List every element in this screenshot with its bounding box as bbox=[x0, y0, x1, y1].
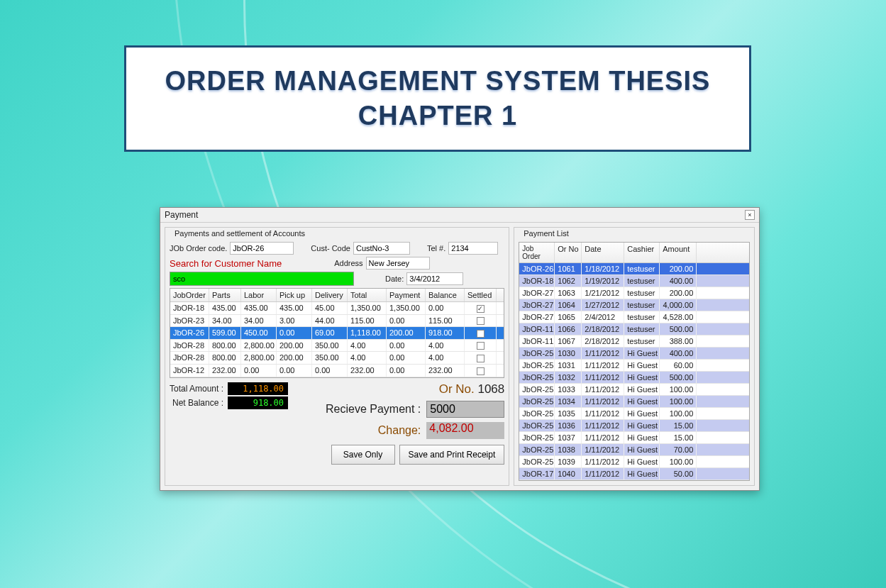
column-header[interactable]: Amount bbox=[660, 243, 697, 262]
job-order-code-field[interactable] bbox=[230, 242, 294, 255]
column-header[interactable]: Date bbox=[582, 243, 624, 262]
column-header[interactable]: Parts bbox=[209, 289, 241, 301]
total-amount-label: Total Amount : bbox=[170, 384, 223, 394]
table-row[interactable]: JbOR-18435.00435.00435.0045.001,350.001,… bbox=[170, 302, 504, 315]
save-only-button[interactable]: Save Only bbox=[331, 445, 395, 465]
settled-checkbox[interactable] bbox=[477, 317, 484, 325]
date-label: Date: bbox=[385, 274, 404, 283]
column-header[interactable]: JobOrder bbox=[170, 289, 209, 301]
column-header[interactable]: Settled bbox=[465, 289, 497, 301]
table-row[interactable]: JbOR-28800.002,800.00200.00350.004.000.0… bbox=[170, 352, 504, 365]
title-line2: CHAPTER 1 bbox=[358, 99, 517, 133]
payment-window: Payment × Payments and settlement of Acc… bbox=[160, 207, 760, 491]
tel-label: Tel #. bbox=[427, 244, 445, 253]
tel-field[interactable] bbox=[448, 242, 498, 255]
column-header[interactable]: Total bbox=[348, 289, 387, 301]
table-row[interactable]: JbOR-2710652/4/2012testuser4,528.00 bbox=[519, 311, 749, 323]
table-row[interactable]: JbOR-1810621/19/2012testuser400.00 bbox=[519, 275, 749, 287]
table-row[interactable]: JbOR-2510301/11/2012Hi Guest400.00 bbox=[519, 348, 749, 360]
table-row[interactable]: JbOR-1710401/11/2012Hi Guest50.00 bbox=[519, 468, 749, 480]
table-row[interactable]: JbOR-2510351/11/2012Hi Guest100.00 bbox=[519, 408, 749, 420]
cust-code-label: Cust- Code bbox=[311, 244, 350, 253]
table-row[interactable]: JbOR-2510341/11/2012Hi Guest100.00 bbox=[519, 396, 749, 408]
title-line1: ORDER MANAGEMENT SYSTEM THESIS bbox=[165, 64, 711, 99]
date-field[interactable] bbox=[406, 272, 463, 285]
column-header[interactable]: Or No bbox=[555, 243, 582, 262]
column-header[interactable]: Payment bbox=[387, 289, 426, 301]
search-input[interactable] bbox=[170, 272, 354, 286]
payment-list-grid[interactable]: JobOrderOr NoDateCashierAmount JbOR-2610… bbox=[519, 242, 750, 481]
address-field[interactable] bbox=[366, 257, 430, 270]
table-row[interactable]: JbOR-12232.000.000.000.00232.000.00232.0… bbox=[170, 365, 504, 377]
table-row[interactable]: JbOR-2334.0034.003.0044.00115.000.00115.… bbox=[170, 315, 504, 328]
table-row[interactable]: JbOR-2510311/11/2012Hi Guest60.00 bbox=[519, 360, 749, 372]
settled-checkbox[interactable] bbox=[477, 342, 484, 350]
total-amount-value: 1,118.00 bbox=[228, 382, 288, 395]
accounts-legend: Payments and settlement of Accounts bbox=[172, 229, 307, 238]
close-icon[interactable]: × bbox=[745, 210, 755, 220]
address-label: Address bbox=[334, 259, 362, 267]
column-header[interactable]: Labor bbox=[241, 289, 277, 301]
search-label: Search for Customer Name bbox=[170, 258, 282, 269]
table-row[interactable]: JbOR-2510381/11/2012Hi Guest70.00 bbox=[519, 444, 749, 456]
table-row[interactable]: JbOR-2510331/11/2012Hi Guest100.00 bbox=[519, 384, 749, 396]
table-row[interactable]: JbOR-1110672/18/2012testuser388.00 bbox=[519, 335, 749, 348]
settled-checkbox[interactable] bbox=[477, 330, 484, 338]
title-card: ORDER MANAGEMENT SYSTEM THESIS CHAPTER 1 bbox=[124, 45, 751, 152]
column-header[interactable]: Cashier bbox=[624, 243, 660, 262]
column-header[interactable]: Balance bbox=[426, 289, 465, 301]
table-row[interactable]: JbOR-2510361/11/2012Hi Guest15.00 bbox=[519, 420, 749, 432]
window-title: Payment bbox=[165, 210, 198, 220]
column-header[interactable]: Pick up bbox=[277, 289, 312, 301]
cust-code-field[interactable] bbox=[353, 242, 410, 255]
settled-checkbox[interactable] bbox=[477, 305, 484, 313]
table-row[interactable]: JbOR-2510371/11/2012Hi Guest15.00 bbox=[519, 432, 749, 444]
receive-payment-label: Recieve Payment : bbox=[326, 403, 421, 416]
net-balance-value: 918.00 bbox=[228, 396, 288, 409]
net-balance-label: Net Balance : bbox=[172, 398, 223, 408]
table-row[interactable]: JbOR-2510321/11/2012Hi Guest500.00 bbox=[519, 372, 749, 384]
or-no-label: Or No. bbox=[439, 382, 475, 396]
table-row[interactable]: JbOR-26599.00450.000.0069.001,118.00200.… bbox=[170, 327, 504, 340]
table-row[interactable]: JbOR-2710631/21/2012testuser200.00 bbox=[519, 287, 749, 299]
change-label: Change: bbox=[378, 424, 421, 437]
column-header[interactable]: JobOrder bbox=[519, 243, 555, 262]
table-row[interactable]: JbOR-2510391/11/2012Hi Guest100.00 bbox=[519, 456, 749, 468]
receive-payment-input[interactable] bbox=[426, 401, 504, 418]
payment-list-legend: Payment List bbox=[521, 229, 571, 238]
orders-grid[interactable]: JobOrderPartsLaborPick upDeliveryTotalPa… bbox=[170, 288, 504, 378]
table-row[interactable]: JbOR-2610611/18/2012testuser200.00 bbox=[519, 263, 749, 275]
window-titlebar: Payment × bbox=[160, 208, 759, 223]
table-row[interactable]: JbOR-1110662/18/2012testuser500.00 bbox=[519, 323, 749, 335]
table-row[interactable]: JbOR-2710641/27/2012testuser4,000.00 bbox=[519, 299, 749, 311]
settled-checkbox[interactable] bbox=[477, 367, 484, 375]
table-row[interactable]: JbOR-28800.002,800.00200.00350.004.000.0… bbox=[170, 340, 504, 353]
save-print-button[interactable]: Save and Print Receipt bbox=[399, 445, 505, 465]
job-order-code-label: JOb Order code. bbox=[170, 244, 227, 253]
column-header[interactable]: Delivery bbox=[312, 289, 348, 301]
change-value: 4,082.00 bbox=[426, 422, 504, 439]
settled-checkbox[interactable] bbox=[477, 355, 484, 362]
or-no-value: 1068 bbox=[477, 382, 504, 396]
